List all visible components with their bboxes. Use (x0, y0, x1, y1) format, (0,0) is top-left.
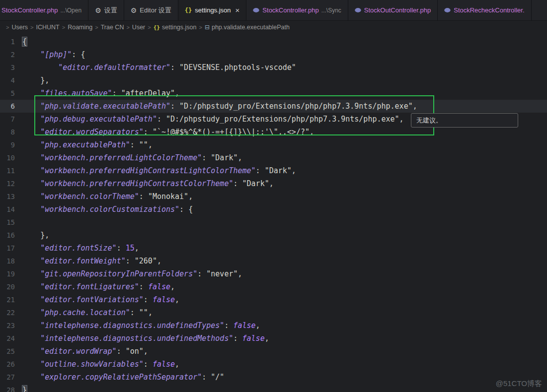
line-number[interactable]: 11 (0, 164, 15, 177)
editor[interactable]: 1{2 "[php]": {3 "editor.defaultFormatter… (0, 34, 547, 392)
breadcrumb-item[interactable]: User (132, 24, 145, 31)
line-number[interactable]: 10 (0, 151, 15, 164)
code-line-content[interactable]: "editor.wordSeparators": "`~!@#$%^&*()-=… (15, 126, 314, 138)
code-line-content[interactable]: }, (15, 229, 49, 242)
line-number[interactable]: 22 (0, 306, 15, 319)
code-line: 11 "workbench.preferredHighContrastLight… (0, 164, 547, 177)
suggestions-tooltip: 无建议。 (411, 113, 518, 128)
php-icon (355, 7, 361, 13)
line-number[interactable]: 1 (0, 35, 15, 48)
tab-label: StockRecheckController. (454, 6, 524, 14)
line-number[interactable]: 24 (0, 332, 15, 345)
line-number[interactable]: 16 (0, 229, 15, 242)
breadcrumb-label: settings.json (162, 24, 196, 31)
line-number[interactable]: 23 (0, 319, 15, 332)
breadcrumb-item[interactable]: Trae CN (101, 24, 124, 31)
code-line-content[interactable]: "workbench.preferredLightColorTheme": "D… (15, 151, 242, 164)
code-line-content[interactable]: "editor.fontWeight": "260", (15, 255, 161, 267)
code-line-content[interactable]: "[php]": { (15, 48, 85, 61)
code-line-content[interactable]: "workbench.colorCustomizations": { (15, 203, 193, 216)
code-line: 6 "php.validate.executablePath": "D:/php… (0, 100, 547, 113)
code-line-content[interactable]: "php.validate.executablePath": "D:/phpst… (15, 100, 417, 113)
close-icon[interactable]: × (235, 6, 240, 14)
php-icon (444, 7, 451, 13)
breadcrumb-item[interactable]: ⊟php.validate.executablePath (205, 24, 290, 31)
code-line-content[interactable]: } (15, 384, 27, 392)
code-line-content[interactable]: "intelephense.diagnostics.undefinedTypes… (15, 319, 260, 332)
code-line-content[interactable]: "intelephense.diagnostics.undefinedMetho… (15, 332, 269, 345)
line-number[interactable]: 5 (0, 87, 15, 100)
code-line-content[interactable]: "php.cache.location": "", (15, 306, 153, 319)
line-number[interactable]: 21 (0, 293, 15, 306)
code-line-content[interactable]: { (15, 35, 27, 48)
line-number[interactable]: 8 (0, 126, 15, 138)
code-line-content[interactable]: "php.executablePath": "", (15, 138, 153, 151)
code-line-content[interactable]: "git.openRepositoryInParentFolders": "ne… (15, 267, 242, 280)
code-line-content[interactable]: "outline.showVariables": false, (15, 358, 179, 371)
code-line-content[interactable]: "files.autoSave": "afterDelay", (15, 87, 179, 100)
code-line: 21 "editor.fontVariations": false, (0, 293, 547, 306)
tab-Editor 设置[interactable]: ⚙Editor 设置 (124, 0, 178, 20)
line-number[interactable]: 3 (0, 61, 15, 74)
breadcrumb-item[interactable]: ICHUNT (36, 24, 60, 31)
tab-StockOutController.php[interactable]: StockOutController.php (348, 0, 438, 20)
code-line: 5 "files.autoSave": "afterDelay", (0, 87, 547, 100)
code-line-content[interactable]: "editor.wordWrap": "on", (15, 345, 148, 358)
code-line: 27 "explorer.copyRelativePathSeparator":… (0, 371, 547, 384)
tab-StockController.php[interactable]: StockController.php...\Sync (246, 0, 348, 20)
line-number[interactable]: 17 (0, 242, 15, 255)
line-number[interactable]: 4 (0, 74, 15, 87)
code-line-content[interactable]: "explorer.copyRelativePathSeparator": "/… (15, 371, 224, 384)
line-number[interactable]: 20 (0, 280, 15, 293)
code-line-content[interactable]: "workbench.preferredHighContrastLightCol… (15, 164, 296, 177)
gear-icon: ⚙ (95, 6, 101, 14)
code-line: 3 "editor.defaultFormatter": "DEVSENSE.p… (0, 61, 547, 74)
tab-StockRecheckController.[interactable]: StockRecheckController. (438, 0, 531, 20)
line-number[interactable]: 27 (0, 371, 15, 384)
line-number[interactable]: 2 (0, 48, 15, 61)
line-number[interactable]: 25 (0, 345, 15, 358)
tab-label: 设置 (104, 6, 117, 15)
code-line-content[interactable]: "workbench.colorTheme": "Monokai", (15, 190, 193, 203)
property-icon: ⊟ (205, 24, 210, 31)
line-number[interactable]: 18 (0, 255, 15, 267)
code-line: 13 "workbench.colorTheme": "Monokai", (0, 190, 547, 203)
tab-StockController.php[interactable]: StockController.php...\Open (0, 0, 88, 20)
tab-label: settings.json (195, 6, 231, 14)
line-number[interactable]: 28 (0, 384, 15, 392)
code-line-content[interactable]: "editor.fontLigatures": false, (15, 280, 175, 293)
code-line: 17 "editor.fontSize": 15, (0, 242, 547, 255)
tab-settings.json[interactable]: {}settings.json× (178, 0, 246, 20)
tab-bar: StockController.php...\Open⚙设置⚙Editor 设置… (0, 0, 547, 21)
code-line-content[interactable]: }, (15, 74, 49, 87)
chevron-right-icon: > (30, 24, 33, 30)
breadcrumb-item[interactable]: {}settings.json (154, 24, 197, 31)
code-line-content[interactable]: "php.debug.executablePath": "D:/phpstudy… (15, 113, 404, 126)
tab-label: StockController.php (1, 6, 58, 14)
tab-label: Editor 设置 (140, 6, 171, 15)
line-number[interactable]: 9 (0, 138, 15, 151)
php-icon (253, 7, 259, 13)
line-number[interactable]: 14 (0, 203, 15, 216)
code-line-content[interactable]: "editor.defaultFormatter": "DEVSENSE.php… (15, 61, 296, 74)
line-number[interactable]: 7 (0, 113, 15, 126)
code-line-content[interactable] (15, 216, 22, 229)
line-number[interactable]: 19 (0, 267, 15, 280)
line-number[interactable]: 15 (0, 216, 15, 229)
line-number[interactable]: 12 (0, 177, 15, 190)
code-line: 1{ (0, 35, 547, 48)
code-line-content[interactable]: "editor.fontSize": 15, (15, 242, 139, 255)
breadcrumb-label: Trae CN (101, 24, 124, 31)
code-line-content[interactable]: "editor.fontVariations": false, (15, 293, 179, 306)
line-number[interactable]: 13 (0, 190, 15, 203)
code-line: 23 "intelephense.diagnostics.undefinedTy… (0, 319, 547, 332)
tab-设置[interactable]: ⚙设置 (88, 0, 124, 20)
breadcrumb-item[interactable]: Users (11, 24, 28, 31)
code-line: 26 "outline.showVariables": false, (0, 358, 547, 371)
breadcrumb-item[interactable]: Roaming (68, 24, 92, 31)
code-line-content[interactable]: "workbench.preferredHighContrastColorThe… (15, 177, 274, 190)
line-number[interactable]: 26 (0, 358, 15, 371)
line-number[interactable]: 6 (0, 100, 15, 113)
breadcrumb: >Users>ICHUNT>Roaming>Trae CN>User>{}set… (0, 21, 547, 34)
code-line: 12 "workbench.preferredHighContrastColor… (0, 177, 547, 190)
